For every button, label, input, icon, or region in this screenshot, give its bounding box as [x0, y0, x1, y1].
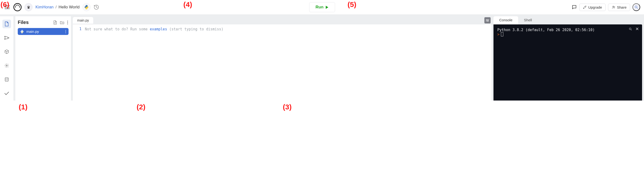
breadcrumb-separator: /: [56, 5, 57, 9]
history-icon: [94, 4, 99, 10]
svg-point-6: [5, 78, 8, 79]
breadcrumb: KimHoran / Hello World: [36, 5, 80, 9]
new-folder-icon: [60, 20, 64, 24]
gear-icon: [4, 63, 9, 68]
workspace: Files main.py: [0, 14, 644, 101]
menu-hamburger-button[interactable]: [4, 4, 10, 10]
logo-icon: [14, 3, 22, 11]
app-header: ♛ KimHoran / Hello World Run: [0, 0, 644, 14]
version-control-icon: [4, 36, 9, 40]
editor-tabs: main.py: [73, 16, 492, 24]
wrap-icon: [486, 19, 489, 22]
new-folder-button[interactable]: [60, 20, 65, 25]
annotation-3: (3): [283, 103, 292, 111]
new-file-icon: [53, 20, 57, 25]
file-item-more-button[interactable]: [65, 30, 66, 33]
terminal-actions: [629, 27, 639, 31]
breadcrumb-user-link[interactable]: KimHoran: [36, 5, 54, 9]
run-label: Run: [316, 5, 323, 9]
editor-body[interactable]: 1 Not sure what to do? Run some examples…: [73, 24, 492, 101]
terminal-banner: Python 3.8.2 (default, Feb 26 2020, 02:5…: [497, 28, 638, 32]
run-button[interactable]: Run: [309, 2, 335, 12]
svg-point-13: [630, 28, 631, 30]
annotation-2: (2): [136, 103, 146, 111]
line-number: 1: [73, 27, 82, 31]
hamburger-icon: [4, 4, 10, 10]
chat-button[interactable]: [572, 4, 577, 10]
history-button[interactable]: [94, 4, 99, 10]
rail-check[interactable]: [2, 89, 11, 98]
left-rail: [0, 16, 14, 101]
annotation-1: (1): [19, 103, 28, 111]
editor-tab-main[interactable]: main.py: [73, 17, 93, 24]
svg-point-11: [66, 31, 66, 32]
rail-database[interactable]: [2, 75, 11, 84]
terminal[interactable]: Python 3.8.2 (default, Feb 26 2020, 02:5…: [494, 24, 642, 101]
more-vertical-icon: [65, 30, 66, 33]
svg-point-10: [66, 30, 66, 31]
terminal-prompt-line: >: [497, 32, 638, 37]
replit-logo[interactable]: [14, 3, 22, 11]
files-panel: Files main.py: [15, 16, 71, 101]
more-vertical-icon: [67, 20, 68, 24]
add-user-icon: [612, 5, 616, 9]
file-icon: [4, 21, 9, 26]
svg-point-9: [67, 23, 68, 24]
terminal-cursor: [501, 32, 503, 36]
share-label: Share: [617, 5, 626, 9]
editor-placeholder-post: (start typing to dismiss): [167, 27, 223, 31]
rail-version-control[interactable]: [2, 33, 11, 42]
svg-point-3: [4, 38, 6, 39]
rail-settings[interactable]: [2, 61, 11, 70]
editor-pane: main.py 1 Not sure what to do? Run some …: [73, 16, 492, 101]
svg-point-4: [8, 37, 9, 38]
breadcrumb-project[interactable]: Hello World: [58, 5, 80, 9]
rail-packages[interactable]: [2, 47, 11, 56]
files-more-button[interactable]: [67, 20, 68, 25]
check-icon: [4, 91, 9, 95]
console-tabs: Console Shell: [494, 16, 642, 24]
search-icon: [629, 27, 632, 31]
terminal-prompt-symbol: >: [497, 32, 500, 37]
python-icon: [84, 5, 89, 9]
editor-examples-link[interactable]: examples: [150, 27, 167, 31]
rocket-icon: [583, 5, 587, 9]
rail-files[interactable]: [2, 20, 11, 28]
database-icon: [4, 77, 9, 82]
search-icon: [634, 5, 638, 9]
new-file-button[interactable]: [53, 20, 58, 25]
console-pane: Console Shell Python 3.8.2 (default, Feb…: [494, 16, 642, 101]
close-icon: [636, 27, 639, 30]
chat-icon: [572, 4, 577, 10]
share-button[interactable]: Share: [608, 3, 630, 11]
header-center: Run: [309, 2, 335, 12]
tab-console[interactable]: Console: [494, 16, 518, 24]
upgrade-button[interactable]: Upgrade: [579, 3, 606, 11]
header-search-button[interactable]: [632, 3, 640, 11]
crown-icon: ♛: [27, 5, 30, 9]
play-icon: [326, 6, 328, 9]
file-item-main[interactable]: main.py: [18, 28, 68, 35]
svg-point-5: [6, 65, 8, 66]
svg-point-1: [635, 6, 637, 8]
header-right: Upgrade Share: [572, 3, 640, 11]
language-badge[interactable]: [82, 3, 90, 11]
files-header: Files: [15, 19, 71, 28]
editor-placeholder-pre: Not sure what to do? Run some: [85, 27, 150, 31]
svg-point-8: [67, 22, 68, 23]
tab-shell[interactable]: Shell: [518, 16, 538, 24]
editor-format-button[interactable]: [484, 17, 490, 23]
svg-point-12: [66, 32, 66, 33]
team-avatar-button[interactable]: ♛: [24, 3, 32, 11]
terminal-search-button[interactable]: [629, 27, 632, 31]
svg-point-7: [67, 20, 68, 21]
files-title: Files: [18, 20, 51, 25]
code-area[interactable]: Not sure what to do? Run some examples (…: [84, 24, 492, 101]
package-icon: [4, 49, 9, 54]
upgrade-label: Upgrade: [588, 5, 602, 9]
line-number-gutter: 1: [73, 24, 84, 101]
svg-point-0: [613, 6, 614, 7]
terminal-close-button[interactable]: [636, 27, 639, 31]
file-item-label: main.py: [26, 29, 39, 33]
svg-point-2: [4, 36, 6, 37]
